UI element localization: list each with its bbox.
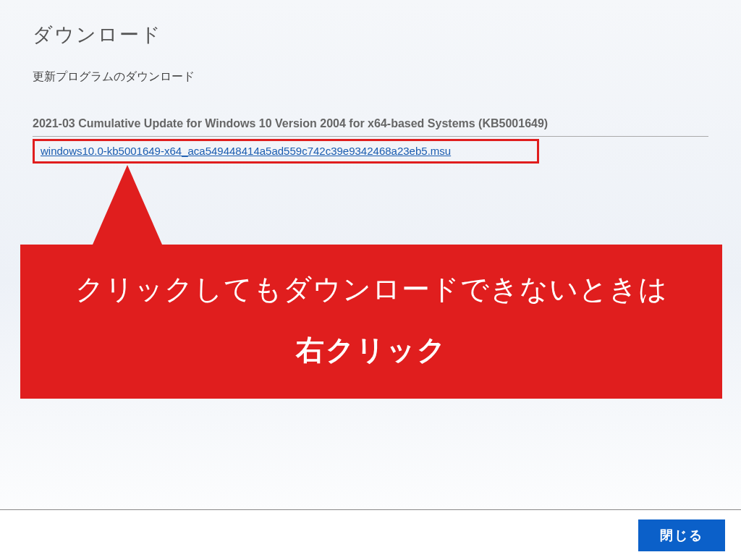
close-button[interactable]: 閉じる <box>638 519 725 551</box>
page-title: ダウンロード <box>33 22 708 48</box>
download-link[interactable]: windows10.0-kb5001649-x64_aca549448414a5… <box>41 145 451 157</box>
callout-box: クリックしてもダウンロードできないときは 右クリック <box>20 245 722 399</box>
callout-annotation: クリックしてもダウンロードできないときは 右クリック <box>20 165 722 399</box>
callout-text-line1: クリックしてもダウンロードできないときは <box>35 270 708 309</box>
footer: 閉じる <box>0 509 741 560</box>
subtitle: 更新プログラムのダウンロード <box>33 69 708 85</box>
callout-arrow-icon <box>93 165 162 245</box>
divider <box>33 136 708 137</box>
download-link-highlight-box: windows10.0-kb5001649-x64_aca549448414a5… <box>33 139 539 164</box>
callout-text-line2: 右クリック <box>35 331 708 370</box>
update-title: 2021-03 Cumulative Update for Windows 10… <box>33 117 708 130</box>
